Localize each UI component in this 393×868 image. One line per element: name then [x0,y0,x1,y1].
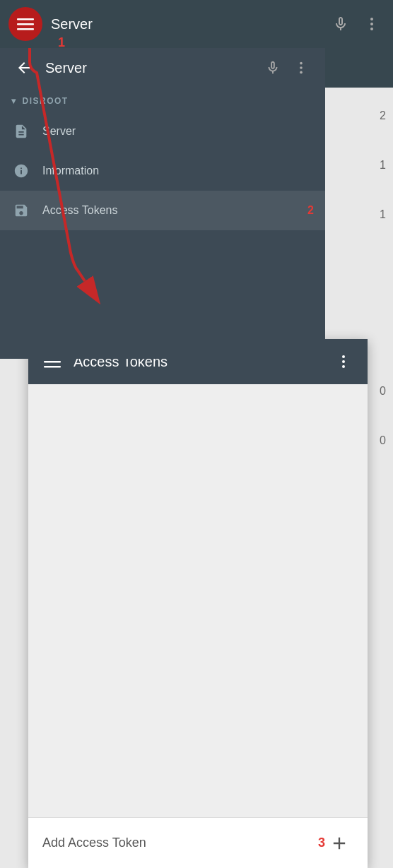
svg-point-13 [342,355,345,358]
drawer-information-label: Information [42,165,314,177]
svg-point-14 [342,360,345,363]
collapse-icon[interactable]: ▾ [11,96,17,106]
drawer-title: Server [45,60,252,76]
chat-count-4: 0 [380,385,386,398]
drawer-header-icons [260,55,314,81]
at-more-button[interactable] [331,349,356,374]
drawer-server-label: Server [42,125,314,138]
menu-button[interactable] [8,7,42,41]
svg-point-6 [300,62,303,65]
svg-point-3 [370,18,373,20]
drawer-access-tokens-label: Access Tokens [42,204,296,217]
drawer-more-icon [293,60,309,76]
section-label-text: DISROOT [23,96,69,106]
svg-point-8 [300,71,303,74]
server-icon [11,121,31,141]
microphone-icon [332,16,349,32]
chat-count-1: 2 [380,109,386,122]
hamburger-icon [17,16,34,32]
microphone-button[interactable] [328,11,353,37]
drawer-header: Server [0,48,325,88]
drawer-item-access-tokens[interactable]: Access Tokens 2 [0,191,325,230]
svg-point-15 [342,365,345,368]
svg-point-4 [370,23,373,25]
footer-badge: 3 [318,836,325,850]
top-bar-title: Server [51,16,328,32]
plus-icon [329,833,349,853]
chat-count-2: 1 [380,159,386,172]
drawer-panel: Server ▾ DISROOT [0,48,325,359]
svg-rect-2 [17,28,34,30]
access-tokens-content [28,384,368,817]
information-icon [13,163,29,179]
more-options-button[interactable] [359,11,385,37]
drawer-more-button[interactable] [288,55,314,81]
svg-rect-11 [44,361,61,363]
drawer-item-information[interactable]: Information [0,151,325,191]
add-access-token-label: Add Access Token [42,836,312,850]
svg-point-5 [370,28,373,30]
top-bar-actions [328,11,385,37]
drawer-microphone-button[interactable] [260,55,286,81]
svg-rect-1 [17,23,34,25]
at-more-icon [335,353,352,370]
more-vertical-icon [363,16,380,32]
access-tokens-badge: 2 [307,204,314,217]
access-tokens-panel: Access Tokens Add Access Token 3 [28,339,368,868]
add-token-button[interactable] [325,829,353,857]
drawer-mic-icon [265,60,281,76]
save-icon [11,201,31,220]
section-label: ▾ DISROOT [0,88,325,112]
chat-count-5: 0 [380,434,386,447]
info-icon [11,161,31,181]
access-tokens-footer: Add Access Token 3 [28,817,368,868]
svg-rect-12 [44,366,61,368]
top-app-bar: Server [0,0,393,48]
access-tokens-icon [13,203,29,218]
document-icon [13,124,29,139]
chat-count-3: 1 [380,208,386,221]
drawer-item-server[interactable]: Server [0,112,325,151]
back-arrow-icon [16,59,33,76]
svg-rect-0 [17,18,34,20]
back-button[interactable] [11,55,37,81]
svg-point-7 [300,66,303,69]
